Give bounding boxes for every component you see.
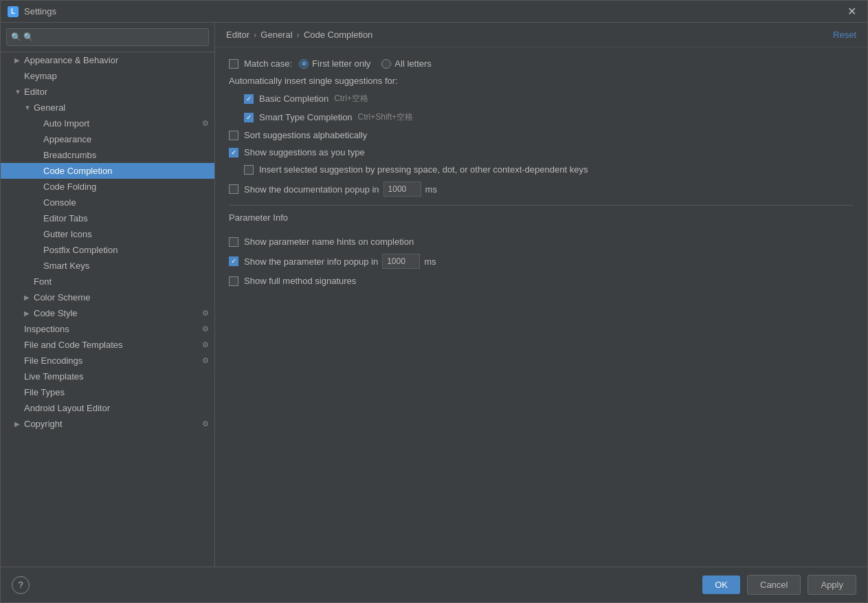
settings-icon: ⚙ — [202, 309, 209, 318]
sidebar-item-label: Postfix Completion — [43, 245, 209, 255]
match-case-checkbox[interactable] — [229, 59, 238, 69]
settings-icon: ⚙ — [202, 119, 209, 128]
sidebar-item-keymap[interactable]: Keymap — [1, 68, 214, 84]
arrow-icon — [14, 325, 24, 333]
sidebar-item-smart-keys[interactable]: Smart Keys — [1, 258, 214, 274]
close-button[interactable]: ✕ — [843, 3, 860, 19]
sidebar-item-label: Live Templates — [24, 371, 209, 382]
parameter-info-section: Parameter Info — [229, 212, 854, 230]
smart-type-completion-checkbox[interactable] — [244, 113, 254, 122]
app-icon: L — [8, 6, 19, 17]
auto-insert-label: Automatically insert single suggestions … — [229, 76, 398, 86]
sidebar-item-label: Editor — [24, 87, 209, 97]
sidebar-item-breadcrumbs[interactable]: Breadcrumbs — [1, 147, 214, 163]
insert-selected-suggestion-label: Insert selected suggestion by pressing s… — [259, 164, 588, 175]
sidebar-item-label: Appearance & Behavior — [24, 55, 209, 65]
basic-completion-checkbox[interactable] — [244, 94, 254, 104]
sidebar-item-live-templates[interactable]: Live Templates — [1, 369, 214, 384]
sidebar-item-copyright[interactable]: ▶ Copyright ⚙ — [1, 416, 214, 432]
radio-first-letter[interactable]: First letter only — [299, 58, 370, 69]
show-param-name-hints-checkbox[interactable] — [229, 237, 238, 247]
show-full-method-signatures-label: Show full method signatures — [244, 276, 356, 286]
arrow-icon — [34, 215, 43, 222]
radio-all-letters[interactable]: All letters — [381, 58, 431, 69]
sidebar-item-label: Editor Tabs — [43, 213, 209, 223]
sidebar-item-color-scheme[interactable]: ▶ Color Scheme — [1, 289, 214, 305]
window-title: Settings — [24, 6, 843, 17]
sidebar-item-appearance-behavior[interactable]: ▶ Appearance & Behavior — [1, 52, 214, 68]
arrow-icon — [14, 357, 24, 364]
arrow-icon: ▶ — [14, 420, 24, 428]
arrow-icon — [34, 262, 43, 270]
sidebar-item-editor[interactable]: ▼ Editor — [1, 84, 214, 100]
breadcrumb-editor: Editor — [226, 30, 249, 40]
radio-all-letters-label: All letters — [394, 58, 431, 69]
sidebar-item-font[interactable]: Font — [1, 274, 214, 289]
basic-completion-row: Basic Completion Ctrl+空格 — [229, 93, 854, 105]
show-doc-popup-checkbox[interactable] — [229, 184, 238, 194]
insert-selected-suggestion-checkbox[interactable] — [244, 165, 254, 175]
smart-type-completion-label: Smart Type Completion — [259, 112, 353, 122]
sidebar-item-code-style[interactable]: ▶ Code Style ⚙ — [1, 305, 214, 321]
search-input[interactable] — [6, 28, 209, 46]
sidebar-item-file-code-templates[interactable]: File and Code Templates ⚙ — [1, 337, 214, 353]
sidebar-item-editor-tabs[interactable]: Editor Tabs — [1, 210, 214, 226]
sidebar-item-appearance[interactable]: Appearance — [1, 131, 214, 147]
show-full-method-signatures-row: Show full method signatures — [229, 276, 854, 286]
settings-icon: ⚙ — [202, 419, 209, 428]
sidebar-item-postfix-completion[interactable]: Postfix Completion — [1, 242, 214, 258]
show-param-info-popup-input[interactable] — [382, 254, 420, 269]
tree-container: ▶ Appearance & Behavior Keymap ▼ Editor … — [1, 52, 214, 567]
sort-suggestions-checkbox[interactable] — [229, 131, 238, 140]
sidebar-item-label: File and Code Templates — [24, 340, 199, 350]
arrow-icon — [14, 373, 24, 380]
right-panel: Editor › General › Code Completion Reset… — [215, 23, 867, 567]
show-param-info-popup-checkbox[interactable] — [229, 256, 238, 266]
sidebar-item-inspections[interactable]: Inspections ⚙ — [1, 321, 214, 337]
match-case-label: Match case: — [244, 58, 292, 69]
smart-type-completion-shortcut: Ctrl+Shift+空格 — [358, 111, 414, 123]
sidebar-item-label: Gutter Icons — [43, 229, 209, 239]
sidebar-item-file-encodings[interactable]: File Encodings ⚙ — [1, 353, 214, 369]
show-param-info-popup-unit: ms — [424, 256, 436, 267]
sidebar-item-label: Inspections — [24, 324, 199, 334]
show-doc-popup-unit: ms — [425, 184, 437, 195]
sidebar-item-code-completion[interactable]: Code Completion — [1, 163, 214, 179]
cancel-button[interactable]: Cancel — [747, 575, 801, 595]
help-button[interactable]: ? — [12, 576, 30, 594]
sidebar-item-code-folding[interactable]: Code Folding — [1, 179, 214, 195]
show-doc-popup-label: Show the documentation popup in — [244, 184, 379, 195]
auto-insert-label-row: Automatically insert single suggestions … — [229, 76, 854, 86]
smart-type-completion-row: Smart Type Completion Ctrl+Shift+空格 — [229, 111, 854, 123]
arrow-icon — [34, 246, 43, 254]
sidebar-item-general[interactable]: ▼ General — [1, 100, 214, 116]
sidebar-item-android-layout-editor[interactable]: Android Layout Editor — [1, 400, 214, 416]
sidebar-item-gutter-icons[interactable]: Gutter Icons — [1, 226, 214, 242]
show-suggestions-label: Show suggestions as you type — [244, 147, 365, 157]
sidebar-item-auto-import[interactable]: Auto Import ⚙ — [1, 116, 214, 131]
sort-suggestions-label: Sort suggestions alphabetically — [244, 130, 367, 140]
radio-first-letter-input[interactable] — [299, 59, 309, 69]
reset-button[interactable]: Reset — [833, 30, 856, 40]
show-full-method-signatures-checkbox[interactable] — [229, 276, 238, 286]
ok-button[interactable]: OK — [702, 575, 740, 594]
sidebar-item-file-types[interactable]: File Types — [1, 384, 214, 400]
sidebar-item-label: Breadcrumbs — [43, 150, 209, 160]
apply-button[interactable]: Apply — [808, 575, 856, 595]
radio-all-letters-input[interactable] — [381, 59, 391, 69]
show-param-info-popup-label: Show the parameter info popup in — [244, 256, 378, 267]
arrow-icon — [14, 388, 24, 396]
arrow-icon: ▶ — [24, 294, 34, 301]
arrow-icon — [14, 341, 24, 349]
sidebar-item-console[interactable]: Console — [1, 195, 214, 210]
arrow-icon — [34, 183, 43, 190]
show-doc-popup-input[interactable] — [383, 182, 421, 197]
show-suggestions-checkbox[interactable] — [229, 148, 238, 157]
sidebar-item-label: Code Folding — [43, 182, 209, 192]
breadcrumb-general: General — [260, 30, 292, 40]
arrow-icon — [14, 404, 24, 412]
sidebar-item-label: Auto Import — [43, 118, 199, 129]
sidebar-item-label: Keymap — [24, 71, 209, 81]
section-divider — [229, 205, 854, 206]
parameter-info-title: Parameter Info — [229, 212, 288, 223]
